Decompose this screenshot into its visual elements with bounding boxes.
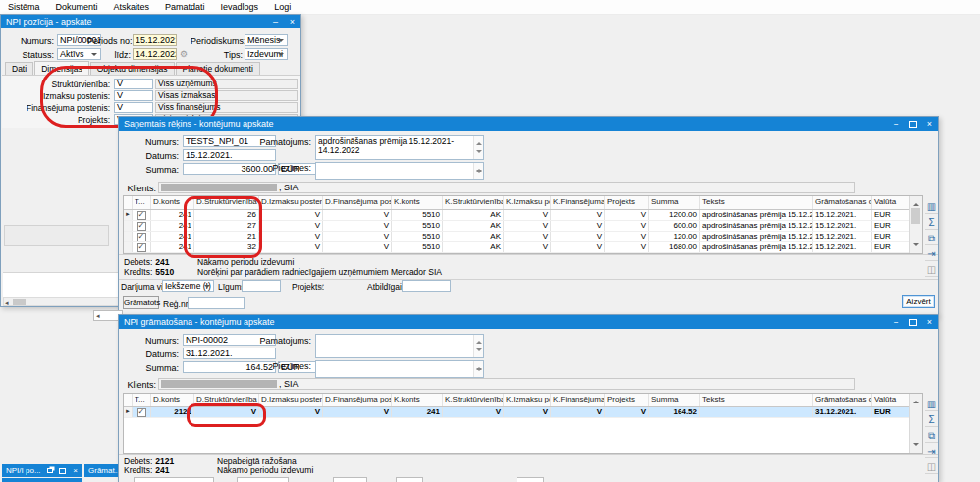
column-header[interactable]: Grāmatošanas datums bbox=[813, 394, 872, 406]
ligums-field[interactable] bbox=[242, 280, 281, 292]
column-header[interactable]: D.Struktūrvienība bbox=[194, 394, 259, 406]
close-icon[interactable]: × bbox=[921, 117, 938, 131]
row-checkbox[interactable] bbox=[137, 408, 146, 417]
piezimes-textarea[interactable] bbox=[315, 360, 484, 378]
column-header[interactable]: D.Finansējuma postenis bbox=[323, 196, 392, 209]
table-row[interactable]: 24132VV5510AKVVV1680.00apdrošināšanas pr… bbox=[124, 242, 922, 253]
table-row[interactable]: 24121VV5510AKVVV120.00apdrošināšanas prē… bbox=[124, 232, 922, 242]
menu-item[interactable]: Dokumenti bbox=[48, 0, 106, 14]
maximize-icon[interactable] bbox=[56, 464, 69, 477]
gramatots-button[interactable]: Grāmatots bbox=[123, 296, 159, 309]
textarea-scrollbar[interactable] bbox=[473, 335, 483, 357]
tab[interactable]: Objektu dimensijas bbox=[90, 62, 175, 75]
window-titlebar[interactable]: Saņemtais rēķins - kontējumu apskate – × bbox=[119, 117, 938, 131]
column-header[interactable]: K.Struktūrvienība bbox=[443, 196, 504, 209]
vertical-scrollbar[interactable] bbox=[909, 394, 922, 453]
sum-icon[interactable]: Σ bbox=[925, 414, 938, 427]
column-header[interactable]: Summa bbox=[649, 394, 700, 406]
restore-icon[interactable] bbox=[43, 464, 56, 477]
column-header[interactable]: Valūta bbox=[872, 394, 911, 406]
minimize-icon[interactable]: – bbox=[888, 117, 904, 131]
row-checkbox[interactable] bbox=[137, 211, 146, 220]
column-header[interactable]: D.Struktūrvienība bbox=[194, 196, 259, 209]
column-header[interactable]: Teksts bbox=[700, 394, 813, 406]
column-header[interactable]: K.konts bbox=[392, 196, 443, 209]
gear-icon[interactable]: ⚙ bbox=[180, 49, 188, 59]
column-header[interactable]: D.Izmaksu postenis bbox=[259, 394, 323, 406]
dimension-code-field[interactable]: V bbox=[114, 90, 153, 101]
table-row[interactable]: 24127VV5510AKVVV600.00apdrošināšanas prē… bbox=[124, 221, 922, 232]
column-header[interactable]: Projekts bbox=[605, 196, 649, 209]
column-header[interactable]: K.Struktūrvienība bbox=[443, 394, 504, 406]
column-header[interactable]: Grāmatošanas datums bbox=[813, 196, 872, 209]
column-header[interactable]: D.Finansējuma postenis bbox=[323, 394, 392, 406]
minimize-icon[interactable]: – bbox=[267, 15, 284, 28]
column-header[interactable]: Valūta bbox=[872, 196, 911, 209]
window-titlebar[interactable]: NPI grāmatošana - kontējumu apskate – × bbox=[119, 315, 938, 329]
column-header[interactable]: K.Izmaksu post... bbox=[504, 196, 551, 209]
periods-no-field[interactable]: 15.12.2021. bbox=[133, 34, 177, 46]
tab[interactable]: Dati bbox=[5, 62, 33, 75]
menu-item[interactable]: Logi bbox=[266, 0, 299, 14]
textarea-scrollbar[interactable] bbox=[473, 163, 483, 179]
columns-icon[interactable]: ▥ bbox=[925, 201, 938, 214]
textarea-scrollbar[interactable] bbox=[473, 136, 483, 159]
maximize-icon[interactable] bbox=[904, 117, 921, 131]
column-header[interactable]: K.Finansējuma postenis bbox=[551, 394, 605, 406]
vertical-scrollbar[interactable] bbox=[909, 196, 922, 253]
sum-icon[interactable]: Σ bbox=[925, 217, 938, 230]
datums-field[interactable]: 15.12.2021. bbox=[183, 149, 276, 161]
column-header[interactable]: Projekts bbox=[605, 394, 649, 406]
minimized-window-partial[interactable] bbox=[2, 478, 82, 482]
tips-dropdown[interactable]: Izdevumi bbox=[245, 48, 288, 60]
stamp-icon[interactable]: ◫ bbox=[925, 461, 938, 474]
close-icon[interactable]: × bbox=[921, 315, 938, 329]
scrollbar-thumb[interactable] bbox=[911, 208, 920, 224]
menu-item[interactable]: Ievadlogs bbox=[213, 0, 267, 14]
column-header[interactable]: D.konts bbox=[151, 196, 194, 209]
dimension-code-field[interactable]: V bbox=[114, 102, 153, 113]
maximize-icon[interactable] bbox=[904, 315, 921, 329]
menu-item[interactable]: Atskaites bbox=[106, 0, 158, 14]
datums-field[interactable]: 31.12.2021. bbox=[183, 348, 276, 359]
periodiskums-dropdown[interactable]: Mēnesis bbox=[245, 34, 288, 46]
pamatojums-textarea[interactable]: apdrošināšanas prēmija 15.12.2021-14.12.… bbox=[315, 135, 484, 160]
export-icon[interactable]: ⇥ bbox=[925, 446, 938, 458]
minimize-icon[interactable]: – bbox=[888, 315, 904, 329]
table-row[interactable]: ►2121VVV241VVVV164.5231.12.2021.EUR bbox=[124, 407, 922, 418]
dimension-code-field[interactable]: V bbox=[114, 79, 153, 89]
export-icon[interactable]: ⇥ bbox=[925, 248, 938, 261]
window-titlebar[interactable]: NPI pozīcija - apskate – × bbox=[1, 15, 300, 28]
column-header[interactable]: D.Izmaksu postenis bbox=[259, 196, 323, 209]
atbildigais-field[interactable] bbox=[402, 280, 451, 292]
reg-nr-field[interactable] bbox=[188, 297, 245, 309]
minimized-window-npi[interactable]: NPI/I po... × bbox=[2, 464, 82, 477]
column-header[interactable]: Teksts bbox=[700, 196, 813, 209]
row-checkbox[interactable] bbox=[137, 222, 146, 231]
darijuma-vieta-dropdown[interactable]: Iekšzeme (I) bbox=[162, 280, 214, 292]
column-header[interactable]: K.Izmaksu post... bbox=[504, 394, 551, 406]
columns-icon[interactable]: ▥ bbox=[925, 399, 938, 411]
close-icon[interactable]: × bbox=[284, 15, 300, 28]
column-header[interactable]: Summa bbox=[649, 196, 700, 209]
table-row[interactable]: ►24126VV5510AKVVV1200.00apdrošināšanas p… bbox=[124, 210, 922, 221]
column-header[interactable]: K.konts bbox=[392, 394, 443, 406]
column-header[interactable]: K.Finansējuma postenis bbox=[551, 196, 605, 209]
pamatojums-textarea[interactable] bbox=[315, 334, 484, 358]
column-header[interactable]: T... bbox=[133, 196, 151, 209]
row-checkbox[interactable] bbox=[137, 243, 146, 252]
menu-item[interactable]: Sistēma bbox=[0, 0, 48, 14]
column-header[interactable]: T... bbox=[133, 394, 151, 406]
piezimes-textarea[interactable] bbox=[315, 162, 484, 180]
menu-item[interactable]: Pamatdati bbox=[157, 0, 213, 14]
column-header[interactable]: D.konts bbox=[151, 394, 194, 406]
stamp-icon[interactable]: ◫ bbox=[925, 264, 938, 277]
textarea-scrollbar[interactable] bbox=[473, 361, 483, 377]
tab[interactable]: Dimensijas bbox=[34, 61, 89, 76]
column-header[interactable] bbox=[124, 196, 133, 209]
copy-icon[interactable]: ⧉ bbox=[925, 233, 938, 245]
tab[interactable]: Plānotie dokumenti bbox=[176, 62, 260, 75]
scroll-left-icon[interactable]: ◂ bbox=[5, 299, 9, 306]
aizvert-button[interactable]: Aizvērt bbox=[902, 295, 935, 308]
copy-icon[interactable]: ⧉ bbox=[925, 430, 938, 443]
